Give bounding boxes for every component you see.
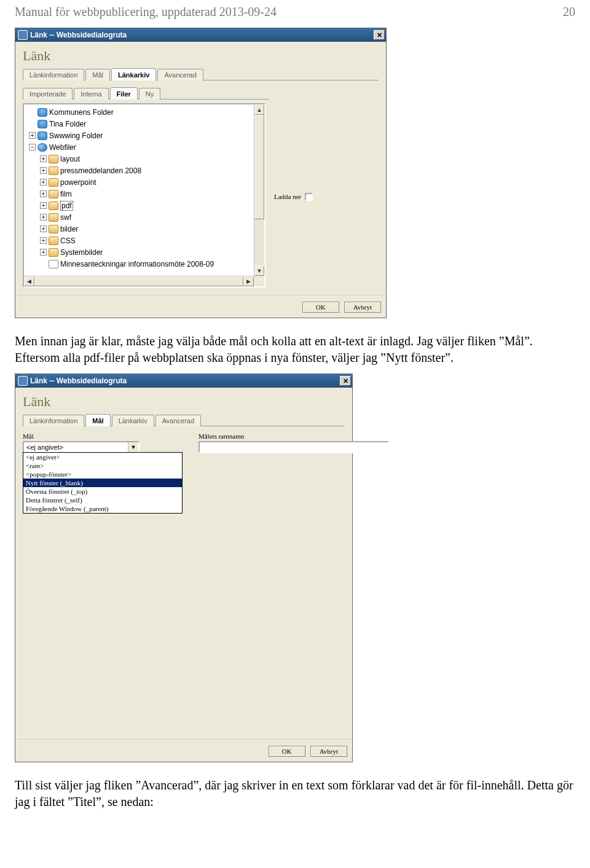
download-label: Ladda ner	[274, 193, 301, 200]
folder-icon	[49, 237, 58, 245]
expand-toggle[interactable]: +	[40, 179, 47, 186]
tree-node-label: pressmeddelanden 2008	[60, 166, 141, 175]
tab-länkinformation[interactable]: Länkinformation	[23, 415, 84, 426]
folder-icon	[49, 166, 58, 175]
expand-toggle[interactable]: +	[40, 249, 47, 256]
tree-node-label: powerpoint	[60, 178, 96, 187]
list-item[interactable]: Föregående Window (_parent)	[23, 504, 182, 513]
tree-node-label: Tina Folder	[49, 120, 86, 128]
app-icon	[18, 376, 28, 386]
subtab-ny[interactable]: Ny	[139, 88, 160, 100]
doc-icon	[49, 260, 58, 268]
user-icon	[37, 108, 47, 117]
framename-input[interactable]	[199, 441, 389, 453]
link-dialog-target: Länk -- Webbsidedialogruta ✕ Länk Länkin…	[15, 373, 353, 762]
tree-node[interactable]: +Systembilder	[25, 246, 263, 258]
app-icon	[18, 30, 28, 40]
tab-avancerad[interactable]: Avancerad	[155, 415, 201, 426]
list-item[interactable]: <popup-fönster>	[23, 470, 182, 479]
tree-node[interactable]: +pressmeddelanden 2008	[25, 165, 263, 176]
folder-icon	[49, 225, 58, 233]
tree-node[interactable]: −Webfiler	[25, 141, 263, 153]
expand-toggle[interactable]: +	[29, 132, 36, 139]
scroll-down-icon[interactable]: ▼	[254, 265, 264, 276]
ok-button[interactable]: OK	[302, 302, 339, 313]
tree-node[interactable]: +layout	[25, 153, 263, 165]
tree-node-label: film	[60, 190, 72, 198]
list-item[interactable]: Översta fönstret (_top)	[23, 487, 182, 496]
scroll-thumb[interactable]	[34, 276, 243, 286]
tab-mål[interactable]: Mål	[85, 69, 110, 80]
tree-node-label: Minnesanteckningar informationsmöte 2008…	[60, 260, 214, 268]
tree-node[interactable]: +film	[25, 188, 263, 200]
titlebar[interactable]: Länk -- Webbsidedialogruta ✕	[15, 28, 386, 42]
expand-toggle[interactable]: +	[40, 202, 47, 209]
tree-node-label: layout	[60, 155, 80, 163]
list-item[interactable]: <ram>	[23, 461, 182, 470]
scroll-up-icon[interactable]: ▲	[254, 104, 264, 115]
tabs-lower: ImporteradeInternaFilerNy	[23, 87, 269, 100]
chevron-down-icon[interactable]: ▼	[128, 442, 138, 452]
tree-node-label: bilder	[60, 225, 78, 233]
cancel-button[interactable]: Avbryt	[310, 746, 347, 757]
list-item[interactable]: <ej angivet>	[23, 453, 182, 461]
tree-node[interactable]: +bilder	[25, 223, 263, 235]
titlebar[interactable]: Länk -- Webbsidedialogruta ✕	[15, 374, 352, 388]
tree-node[interactable]: +pdf	[25, 200, 263, 211]
target-label: Mål	[23, 432, 183, 440]
tree-node[interactable]: +CSS	[25, 235, 263, 246]
ok-button[interactable]: OK	[269, 746, 305, 757]
scroll-left-icon[interactable]: ◀	[24, 276, 34, 286]
tab-länkinformation[interactable]: Länkinformation	[23, 69, 84, 80]
folder-icon	[49, 201, 58, 210]
tab-länkarkiv[interactable]: Länkarkiv	[112, 415, 154, 426]
dialog-title: Länk	[23, 394, 345, 410]
folder-icon	[49, 248, 58, 257]
instruction-para-2: Till sist väljer jag fliken ”Avancerad”,…	[0, 777, 590, 810]
subtab-importerade[interactable]: Importerade	[23, 88, 73, 100]
tab-avancerad[interactable]: Avancerad	[157, 69, 203, 80]
tab-mål[interactable]: Mål	[85, 414, 110, 426]
list-item[interactable]: Nytt fönster (_blank)	[23, 479, 182, 487]
folder-icon	[49, 190, 58, 198]
tree-node[interactable]: +powerpoint	[25, 176, 263, 188]
page-header: Manual för webbpublicering, uppdaterad 2…	[0, 0, 590, 22]
folder-icon	[49, 213, 58, 222]
expand-toggle[interactable]: +	[40, 237, 47, 244]
download-option: Ladda ner	[266, 103, 313, 287]
tree-node[interactable]: Tina Folder	[25, 118, 263, 130]
folder-icon	[49, 178, 58, 187]
subtab-filer[interactable]: Filer	[110, 87, 138, 100]
tree-node[interactable]: Kommunens Folder	[25, 106, 263, 118]
expand-toggle[interactable]: −	[29, 144, 36, 151]
tree-node[interactable]: +swf	[25, 211, 263, 223]
vertical-scrollbar[interactable]: ▲ ▼	[254, 104, 264, 276]
expand-toggle[interactable]: +	[40, 167, 47, 174]
expand-toggle[interactable]: +	[40, 225, 47, 232]
tree-node[interactable]: Minnesanteckningar informationsmöte 2008…	[25, 258, 263, 270]
close-icon[interactable]: ✕	[340, 376, 351, 386]
globe-icon	[37, 143, 47, 152]
tabs-upper: LänkinformationMålLänkarkivAvancerad	[23, 413, 345, 426]
target-options-list[interactable]: <ej angivet><ram><popup-fönster>Nytt fön…	[23, 452, 183, 514]
scroll-right-icon[interactable]: ▶	[243, 276, 254, 286]
close-icon[interactable]: ✕	[374, 30, 385, 40]
tab-länkarkiv[interactable]: Länkarkiv	[111, 68, 156, 80]
window-title: Länk -- Webbsidedialogruta	[30, 377, 127, 385]
list-item[interactable]: Detta fönstret (_self)	[23, 496, 182, 504]
expand-toggle[interactable]: +	[40, 214, 47, 221]
target-select-value: <ej angivet>	[24, 442, 128, 452]
scroll-thumb[interactable]	[254, 115, 264, 219]
subtab-interna[interactable]: Interna	[74, 88, 108, 100]
cancel-button[interactable]: Avbryt	[344, 302, 381, 313]
tree-node-label: Systembilder	[60, 248, 103, 257]
framename-label: Målets ramnamn	[199, 432, 389, 440]
tree-node-label: pdf	[60, 201, 73, 211]
link-dialog-archive: Länk -- Webbsidedialogruta ✕ Länk Länkin…	[15, 28, 387, 318]
tree-node[interactable]: +Swwwing Folder	[25, 130, 263, 141]
expand-toggle[interactable]: +	[40, 155, 47, 162]
expand-toggle[interactable]: +	[40, 190, 47, 197]
horizontal-scrollbar[interactable]: ◀ ▶	[24, 276, 254, 286]
target-select[interactable]: <ej angivet> ▼	[23, 441, 140, 453]
download-checkbox[interactable]	[305, 193, 313, 201]
